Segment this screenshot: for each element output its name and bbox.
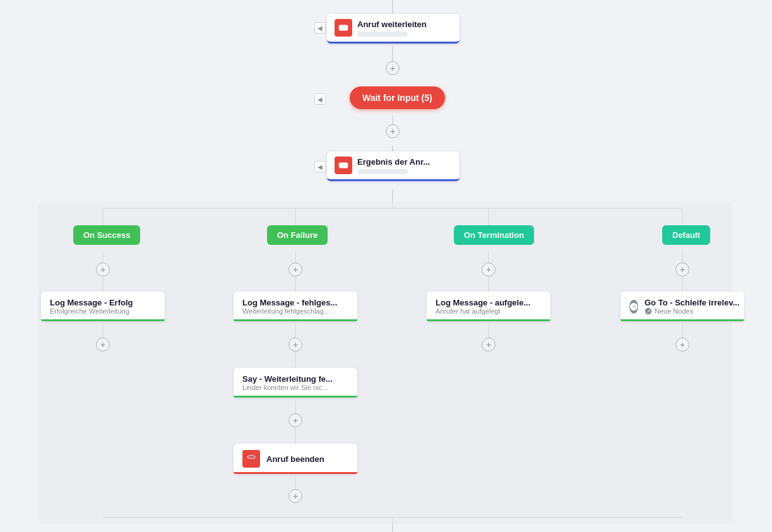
collapse-arrow-wait[interactable]: ◀: [314, 93, 326, 105]
plus-btn-default-2[interactable]: +: [675, 338, 689, 352]
plus-btn-success[interactable]: +: [96, 263, 110, 276]
branch-default-label[interactable]: Default: [662, 225, 710, 245]
log-failure-node[interactable]: Log Message - fehlges... Weiterleitung f…: [234, 292, 357, 321]
log-success-node[interactable]: Log Message - Erfolg Erfolgreiche Weiter…: [41, 292, 165, 321]
log-success-title: Log Message - Erfolg: [50, 298, 133, 307]
log-failure-title: Log Message - fehlges...: [242, 298, 337, 307]
anruf-beenden-node[interactable]: Anruf beenden: [234, 444, 357, 474]
goto-title: Go To - Schleife irrelev...: [644, 298, 740, 307]
plus-btn-1[interactable]: +: [386, 61, 400, 75]
goto-subtitle: Neue Nodes: [655, 307, 693, 315]
plus-btn-failure-2[interactable]: +: [288, 338, 302, 352]
plus-btn-say[interactable]: +: [288, 413, 302, 427]
plus-btn-default[interactable]: +: [675, 263, 689, 276]
anruf-weiterleiten-node[interactable]: Anruf weiterleiten: [327, 14, 460, 44]
say-bar: [234, 396, 357, 398]
log-success-subtitle: Erfolgreiche Weiterleitung: [50, 307, 133, 315]
branch-container: [38, 202, 732, 524]
branch-failure-label[interactable]: On Failure: [267, 225, 328, 245]
log-failure-bar: [234, 319, 357, 321]
anruf-beenden-title: Anruf beenden: [266, 454, 324, 464]
ergebnis-title: Ergebnis der Anr...: [357, 157, 430, 167]
ergebnis-icon: [335, 157, 352, 174]
log-success-bar: [41, 319, 165, 321]
plus-btn-2[interactable]: +: [386, 124, 400, 138]
log-termination-node[interactable]: Log Message - aufgele... Anrufer hat auf…: [427, 292, 550, 321]
collapse-arrow-anruf[interactable]: ◀: [314, 22, 326, 33]
plus-btn-termination-2[interactable]: +: [482, 338, 496, 352]
log-termination-title: Log Message - aufgele...: [436, 298, 530, 307]
anruf-weiterleiten-subtitle-bar: [357, 32, 408, 37]
log-failure-subtitle: Weiterleitung fehlgeschlagen: [242, 307, 331, 315]
wait-for-input-node[interactable]: Wait for Input (5): [350, 86, 445, 109]
goto-subtitle-icon: ↗: [644, 307, 652, 315]
goto-node[interactable]: Go To - Schleife irrelev... ↗ Neue Nodes: [621, 292, 744, 321]
say-node[interactable]: Say - Weiterleitung fe... Leider konnten…: [234, 368, 357, 398]
ergebnis-subtitle-bar: [357, 169, 408, 174]
anruf-beenden-bar: [234, 472, 357, 474]
say-subtitle: Leider konnten wir Sie nicht ...: [242, 384, 331, 391]
branch-termination-label[interactable]: On Termination: [454, 225, 534, 245]
plus-btn-termination[interactable]: +: [482, 263, 496, 276]
anruf-weiterleiten-title: Anruf weiterleiten: [357, 20, 427, 29]
log-termination-subtitle: Anrufer hat aufgelegt: [436, 307, 524, 315]
plus-btn-beenden[interactable]: +: [288, 489, 302, 503]
plus-btn-failure[interactable]: +: [288, 263, 302, 276]
anruf-weiterleiten-icon: [335, 19, 352, 37]
say-title: Say - Weiterleitung fe...: [242, 374, 333, 384]
plus-btn-success-2[interactable]: +: [96, 338, 110, 352]
goto-icon: [629, 300, 638, 314]
wait-for-input-title: Wait for Input (5): [362, 93, 432, 103]
collapse-arrow-ergebnis[interactable]: ◀: [314, 161, 326, 172]
svg-text:↗: ↗: [646, 309, 651, 314]
anruf-beenden-icon: [242, 450, 260, 468]
ergebnis-node[interactable]: Ergebnis der Anr...: [327, 151, 460, 181]
log-termination-bar: [427, 319, 550, 321]
branch-success-label[interactable]: On Success: [73, 225, 140, 245]
workflow-canvas: ◀ Anruf weiterleiten + ◀ Wait for Input …: [0, 0, 772, 532]
goto-bar: [621, 319, 744, 321]
